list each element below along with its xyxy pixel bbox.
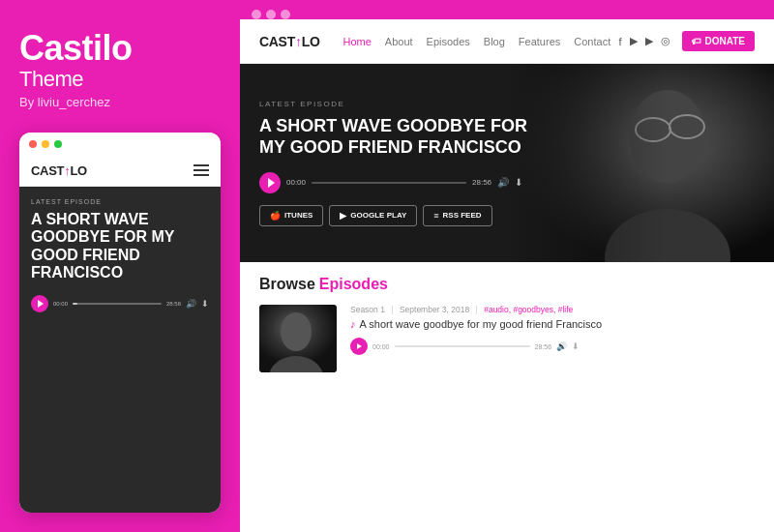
- brand-subtitle: Theme: [19, 68, 221, 91]
- browser-dot-2: [266, 10, 276, 19]
- left-panel: Castilo Theme By liviu_cerchez CAST↑LO L…: [0, 0, 240, 532]
- titlebar-dot-yellow: [42, 140, 49, 148]
- browser-dot-1: [252, 10, 261, 19]
- mockup-latest-label: LATEST EPISODE: [31, 198, 209, 205]
- episode-tags: #audio, #goodbyes, #life: [484, 305, 573, 314]
- mini-time-end: 28:56: [535, 343, 552, 350]
- mockup-titlebar: [19, 133, 221, 156]
- mockup-logo: CAST↑LO: [31, 163, 87, 178]
- brand-title: Castilo Theme: [19, 29, 221, 91]
- nav-features[interactable]: Features: [519, 36, 560, 47]
- mockup-progress-bar[interactable]: [73, 303, 162, 305]
- hamburger-bar-2: [194, 169, 209, 171]
- episode-season: Season 1: [350, 305, 385, 314]
- nav-home[interactable]: Home: [342, 36, 371, 47]
- spotify-icon[interactable]: ◎: [661, 35, 670, 47]
- latest-episode-label: LATEST EPISODE: [259, 100, 755, 108]
- mini-volume-icon[interactable]: 🔊: [556, 341, 567, 351]
- episode-date: September 3, 2018: [400, 305, 469, 314]
- mockup-nav: CAST↑LO: [19, 156, 221, 187]
- episode-row: Season 1 | September 3, 2018 | #audio, #…: [259, 305, 755, 372]
- itunes-label: ITUNES: [284, 211, 313, 220]
- mobile-mockup: CAST↑LO LATEST EPISODE A SHORT WAVE GOOD…: [19, 133, 221, 513]
- subscribe-buttons: 🍎 ITUNES ▶ GOOGLE PLAY ≡ RSS FEED: [259, 205, 755, 226]
- hero-time-end: 28:56: [472, 178, 491, 187]
- hero-player-icons: 🔊 ⬇: [497, 177, 522, 188]
- mini-play-button[interactable]: [350, 338, 368, 355]
- hero-progress-bar[interactable]: [312, 182, 466, 184]
- mockup-hero: LATEST EPISODE A SHORT WAVE GOODBYE FOR …: [19, 187, 221, 513]
- mini-download-icon[interactable]: ⬇: [572, 341, 580, 351]
- svg-point-8: [281, 312, 312, 351]
- episode-meta: Season 1 | September 3, 2018 | #audio, #…: [350, 305, 755, 314]
- donate-button[interactable]: 🏷 DONATE: [682, 31, 755, 51]
- episode-info: Season 1 | September 3, 2018 | #audio, #…: [350, 305, 755, 355]
- hero-play-button[interactable]: [259, 172, 281, 193]
- music-note-icon: ♪: [350, 318, 356, 330]
- browse-episodes-label: Episodes: [319, 276, 388, 293]
- hero-episode-title: A SHORT WAVE GOODBYE FOR MY GOOD FRIEND …: [259, 116, 550, 158]
- hero-section: LATEST EPISODE A SHORT WAVE GOODBYE FOR …: [240, 64, 774, 262]
- mockup-progress-fill: [73, 303, 77, 305]
- hero-audio-player: 00:00 28:56 🔊 ⬇: [259, 172, 755, 193]
- gplay-label: GOOGLE PLAY: [350, 211, 406, 220]
- nav-contact[interactable]: Contact: [574, 36, 610, 47]
- hamburger-icon[interactable]: [194, 164, 209, 176]
- nav-links: Home About Episodes Blog Features Contac…: [342, 36, 618, 47]
- browse-header: Browse Episodes: [259, 276, 755, 293]
- google-play-button[interactable]: ▶ GOOGLE PLAY: [329, 205, 417, 226]
- social-icons: f ▶ ▶ ◎: [618, 35, 670, 47]
- episode-name: ♪ A short wave goodbye for my good frien…: [350, 318, 755, 330]
- donate-label: DONATE: [705, 36, 745, 46]
- right-panel: CAST↑LO Home About Episodes Blog Feature…: [240, 0, 774, 532]
- titlebar-dot-red: [29, 140, 37, 148]
- episode-thumb-art: [259, 305, 337, 372]
- mockup-player: 00:00 28:56 🔊 ⬇: [31, 295, 209, 312]
- mini-time-start: 00:00: [372, 343, 390, 350]
- youtube-icon[interactable]: ▶: [645, 35, 653, 47]
- nav-blog[interactable]: Blog: [484, 36, 505, 47]
- mini-progress-bar[interactable]: [395, 345, 530, 347]
- browse-section: Browse Episodes: [240, 262, 774, 532]
- hamburger-bar-3: [194, 174, 209, 176]
- mockup-time-end: 28:56: [166, 301, 181, 307]
- hero-download-icon[interactable]: ⬇: [515, 177, 522, 188]
- brand-section: Castilo Theme By liviu_cerchez: [19, 29, 221, 109]
- volume-icon: 🔊: [186, 299, 196, 309]
- download-icon: ⬇: [201, 299, 209, 309]
- donate-icon: 🏷: [692, 36, 701, 46]
- gplay-icon: ▶: [340, 211, 346, 221]
- apple-icon: 🍎: [270, 211, 281, 221]
- mini-player-icons: 🔊 ⬇: [556, 341, 580, 351]
- site-logo: CAST↑LO: [259, 34, 319, 49]
- mockup-time-start: 00:00: [53, 301, 68, 307]
- nav-episodes[interactable]: Episodes: [427, 36, 470, 47]
- titlebar-dot-green: [54, 140, 62, 148]
- site-nav: CAST↑LO Home About Episodes Blog Feature…: [240, 19, 774, 64]
- episode-thumbnail: [259, 305, 337, 372]
- nav-about[interactable]: About: [385, 36, 413, 47]
- hero-volume-icon[interactable]: 🔊: [497, 177, 509, 188]
- mockup-episode-title: A SHORT WAVE GOODBYE FOR MY GOOD FRIEND …: [31, 211, 209, 282]
- meta-separator-1: |: [391, 305, 393, 314]
- mockup-play-button[interactable]: [31, 295, 48, 312]
- facebook-icon[interactable]: f: [618, 36, 621, 47]
- browse-title: Browse: [259, 276, 315, 293]
- rss-feed-button[interactable]: ≡ RSS FEED: [423, 205, 491, 226]
- rss-icon: ≡: [433, 211, 438, 221]
- rss-label: RSS FEED: [443, 211, 482, 220]
- hero-time-start: 00:00: [286, 178, 306, 187]
- browser-dot-3: [281, 10, 290, 19]
- hamburger-bar-1: [194, 164, 209, 166]
- hero-content: LATEST EPISODE A SHORT WAVE GOODBYE FOR …: [240, 64, 774, 262]
- mini-player: 00:00 28:56 🔊 ⬇: [350, 338, 755, 355]
- play-circle-icon[interactable]: ▶: [630, 35, 638, 47]
- meta-separator-2: |: [476, 305, 478, 314]
- browser-chrome: [240, 0, 774, 19]
- brand-author: By liviu_cerchez: [19, 95, 221, 109]
- browser-content: CAST↑LO Home About Episodes Blog Feature…: [240, 19, 774, 532]
- mockup-icons: 🔊 ⬇: [186, 299, 209, 309]
- itunes-button[interactable]: 🍎 ITUNES: [259, 205, 323, 226]
